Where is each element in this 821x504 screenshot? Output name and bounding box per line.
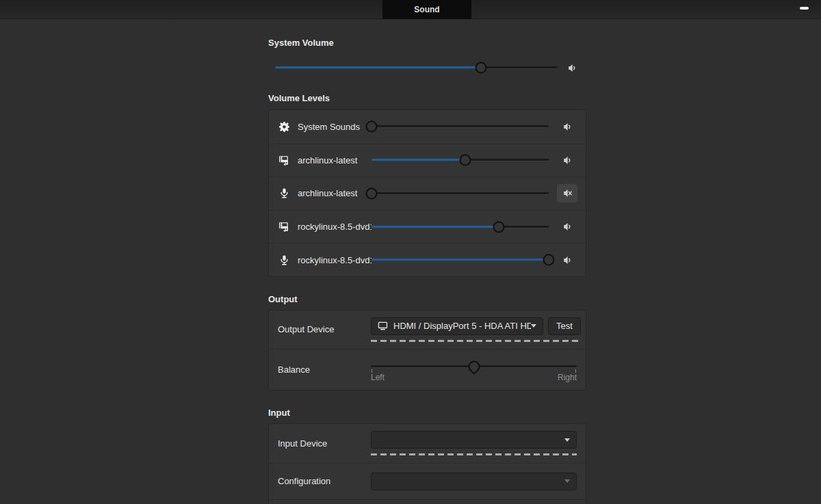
input-device-label: Input Device	[278, 438, 371, 449]
slider-handle[interactable]	[366, 187, 378, 199]
slider-handle[interactable]	[493, 221, 505, 233]
volume-levels-heading: Volume Levels	[268, 93, 586, 104]
minimize-indicator-icon	[800, 7, 809, 10]
slider-handle[interactable]	[475, 62, 487, 74]
sound-panel: System Volume Volume Levels System Sound…	[268, 19, 586, 504]
test-button[interactable]: Test	[548, 317, 581, 335]
mute-toggle-button[interactable]	[557, 217, 577, 236]
right-tick	[575, 369, 576, 373]
system-volume-slider[interactable]	[275, 62, 558, 74]
chevron-down-icon	[564, 438, 570, 442]
multimedia-icon	[278, 155, 290, 166]
slider-fill	[275, 66, 481, 68]
stream-name: rockylinux-8.5-dvd1	[298, 255, 372, 265]
microphone-icon	[278, 254, 290, 266]
balance-label: Balance	[278, 364, 371, 375]
stream-volume-slider[interactable]	[372, 221, 549, 233]
balance-right-label: Right	[558, 373, 577, 382]
output-device-dropdown[interactable]: HDMI / DisplayPort 5 - HDA ATI HDMI	[371, 317, 543, 335]
microphone-icon	[278, 187, 290, 199]
left-tick	[372, 369, 372, 373]
input-device-dropdown[interactable]	[371, 431, 577, 449]
system-volume-row	[268, 62, 586, 74]
stream-name: archlinux-latest	[298, 155, 372, 165]
volume-row-system-sounds: System Sounds	[269, 110, 586, 144]
input-volume-row: Volume	[269, 499, 586, 504]
mute-toggle-button[interactable]	[557, 151, 577, 170]
chevron-down-icon	[564, 479, 570, 483]
speaker-icon	[562, 222, 573, 232]
volume-row-rockylinux-playback: rockylinux-8.5-dvd1	[269, 210, 586, 243]
input-heading: Input	[268, 408, 586, 419]
volume-levels-card: System Sounds archlinux-latest archlinux…	[268, 109, 586, 277]
speaker-muted-icon	[562, 188, 573, 198]
configuration-dropdown[interactable]	[371, 473, 577, 490]
output-device-label: Output Device	[278, 324, 371, 334]
chevron-down-icon	[531, 324, 536, 328]
output-heading: Output	[268, 294, 586, 305]
stream-volume-slider[interactable]	[372, 154, 549, 166]
configuration-label: Configuration	[278, 476, 371, 486]
balance-slider[interactable]	[371, 360, 577, 373]
multimedia-icon	[278, 221, 290, 233]
output-card: Output Device HDMI / DisplayPort 5 - HDA…	[268, 310, 586, 390]
mute-toggle-button[interactable]	[557, 118, 577, 136]
stream-volume-slider[interactable]	[372, 120, 549, 133]
input-card: Input Device Configuration Volume	[268, 423, 586, 504]
stream-name: archlinux-latest	[298, 188, 372, 198]
input-level-meter	[371, 453, 577, 455]
titlebar: Sound	[0, 0, 821, 19]
stream-name: System Sounds	[298, 122, 372, 132]
title-pill: Sound	[382, 0, 471, 19]
speaker-icon	[562, 122, 573, 132]
speaker-icon	[567, 63, 577, 73]
output-level-meter	[371, 340, 578, 342]
gear-icon	[278, 121, 290, 133]
slider-handle[interactable]	[366, 121, 378, 133]
mute-toggle-button[interactable]	[557, 184, 577, 202]
configuration-row: Configuration	[269, 463, 586, 499]
stream-name: rockylinux-8.5-dvd1	[298, 222, 372, 232]
slider-handle[interactable]	[465, 358, 482, 375]
speaker-icon	[562, 155, 573, 165]
system-volume-heading: System Volume	[268, 38, 586, 49]
window-title: Sound	[414, 5, 439, 14]
slider-handle[interactable]	[460, 155, 471, 166]
balance-left-label: Left	[371, 373, 385, 382]
volume-row-archlinux-playback: archlinux-latest	[269, 144, 586, 177]
volume-row-archlinux-record: archlinux-latest	[269, 176, 586, 210]
slider-handle[interactable]	[543, 254, 555, 266]
output-device-row: Output Device HDMI / DisplayPort 5 - HDA…	[269, 310, 586, 349]
monitor-icon	[378, 321, 388, 331]
volume-row-rockylinux-record: rockylinux-8.5-dvd1	[269, 243, 586, 276]
stream-volume-slider[interactable]	[372, 187, 549, 200]
input-device-row: Input Device	[269, 424, 586, 463]
output-device-value: HDMI / DisplayPort 5 - HDA ATI HDMI	[393, 321, 531, 331]
mute-toggle-button[interactable]	[557, 251, 577, 269]
stream-volume-slider[interactable]	[372, 254, 549, 266]
balance-row: Balance Left Right	[269, 349, 586, 390]
speaker-icon	[562, 255, 573, 265]
